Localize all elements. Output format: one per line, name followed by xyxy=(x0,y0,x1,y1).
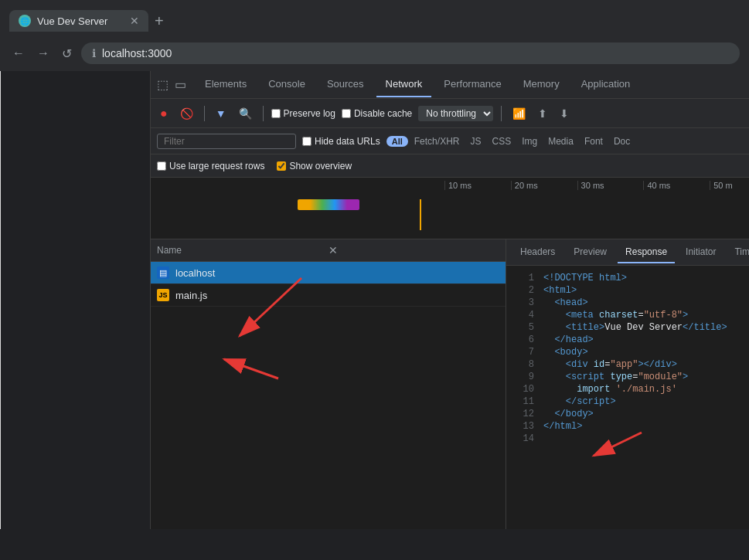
show-overview-text: Show overview xyxy=(289,161,352,171)
code-line-6: 6 </head> xyxy=(506,334,749,346)
filter-media-tab[interactable]: Media xyxy=(543,134,578,148)
reload-button[interactable]: ↺ xyxy=(59,43,75,64)
disable-cache-label[interactable]: Disable cache xyxy=(342,108,412,119)
request-name-mainjs: main.js xyxy=(175,290,207,301)
devtools-tab-bar: ⬚ ▭ Elements Console Sources Network Per… xyxy=(151,71,749,99)
response-tab[interactable]: Response xyxy=(618,242,675,263)
initiator-tab[interactable]: Initiator xyxy=(678,242,723,263)
preview-tab[interactable]: Preview xyxy=(566,242,615,263)
ruler-30ms: 30 ms xyxy=(577,181,644,190)
nav-bar: ← → ↺ ℹ localhost:3000 xyxy=(0,36,749,71)
request-name-localhost: localhost xyxy=(175,267,215,279)
ruler-10ms: 10 ms xyxy=(444,181,511,190)
close-panel-button[interactable]: ✕ xyxy=(322,244,500,256)
tab-elements[interactable]: Elements xyxy=(196,72,256,97)
network-toolbar: ● 🚫 ▼ 🔍 Preserve log Disable cache No th… xyxy=(151,99,749,128)
filter-type-tabs: All Fetch/XHR JS CSS Img Media Font Doc xyxy=(386,134,635,148)
html-file-icon: ▤ xyxy=(157,266,169,279)
browser-tab[interactable]: 🌐 Vue Dev Server ✕ xyxy=(9,10,148,32)
inspect-icon[interactable]: ⬚ xyxy=(157,77,169,92)
large-rows-checkbox[interactable] xyxy=(157,161,166,171)
filter-img-tab[interactable]: Img xyxy=(517,134,542,148)
code-line-12: 12 </body> xyxy=(506,408,749,420)
tab-sources[interactable]: Sources xyxy=(318,72,373,97)
request-mainjs[interactable]: JS main.js xyxy=(151,284,506,307)
tab-network[interactable]: Network xyxy=(376,72,432,97)
timeline-bars xyxy=(151,199,749,230)
hide-data-urls-checkbox[interactable] xyxy=(302,137,312,146)
tab-favicon: 🌐 xyxy=(19,15,31,27)
filter-css-tab[interactable]: CSS xyxy=(487,134,516,148)
large-rows-label[interactable]: Use large request rows xyxy=(157,161,264,171)
ruler-40ms: 40 ms xyxy=(643,181,710,190)
new-tab-button[interactable]: + xyxy=(155,12,164,30)
throttle-select[interactable]: No throttling Fast 3G Slow 3G Offline xyxy=(418,106,493,121)
hide-data-urls-text: Hide data URLs xyxy=(315,136,380,147)
headers-tab[interactable]: Headers xyxy=(512,242,563,263)
code-line-1: 1 <!DOCTYPE html> xyxy=(506,272,749,284)
tab-close-button[interactable]: ✕ xyxy=(130,15,139,27)
code-line-3: 3 <head> xyxy=(506,297,749,309)
wifi-icon[interactable]: 📶 xyxy=(509,106,529,121)
forward-button[interactable]: → xyxy=(34,43,53,63)
hide-data-urls-label[interactable]: Hide data URLs xyxy=(302,136,380,147)
filter-all-tab[interactable]: All xyxy=(386,136,408,147)
timeline-ruler: 10 ms 20 ms 30 ms 40 ms 50 m xyxy=(151,178,749,193)
tab-console[interactable]: Console xyxy=(259,72,315,97)
search-icon[interactable]: 🔍 xyxy=(236,106,255,121)
filter-bar: Hide data URLs All Fetch/XHR JS CSS Img … xyxy=(151,128,749,154)
js-file-icon: JS xyxy=(157,289,169,301)
tab-performance[interactable]: Performance xyxy=(434,72,510,97)
code-line-5: 5 <title>Vue Dev Server</title> xyxy=(506,321,749,334)
timing-tab[interactable]: Timing xyxy=(727,242,749,263)
download-icon[interactable]: ⬇ xyxy=(557,106,572,121)
code-line-7: 7 <body> xyxy=(506,346,749,358)
response-panel: Headers Preview Response Initiator Timin… xyxy=(506,239,749,529)
preserve-log-text: Preserve log xyxy=(284,108,335,119)
show-overview-checkbox[interactable] xyxy=(277,161,286,171)
request-bar xyxy=(298,199,359,210)
timeline-area: 10 ms 20 ms 30 ms 40 ms 50 m xyxy=(151,178,749,239)
ruler-50ms: 50 m xyxy=(710,181,749,190)
separator2 xyxy=(263,106,264,121)
tab-title: Vue Dev Server xyxy=(37,15,124,27)
address-text: localhost:3000 xyxy=(102,47,172,59)
code-line-13: 13 </html> xyxy=(506,420,749,433)
devtools-panel: ⬚ ▭ Elements Console Sources Network Per… xyxy=(150,71,749,529)
request-localhost[interactable]: ▤ localhost xyxy=(151,262,506,284)
requests-header: Name ✕ xyxy=(151,239,506,262)
filter-icon[interactable]: ▼ xyxy=(213,106,230,121)
code-line-11: 11 </script> xyxy=(506,395,749,408)
response-tab-bar: Headers Preview Response Initiator Timin… xyxy=(506,239,749,266)
main-content: Name ✕ ▤ localhost JS main.js Head xyxy=(151,239,749,529)
back-button[interactable]: ← xyxy=(9,43,28,63)
filter-js-tab[interactable]: JS xyxy=(465,134,485,148)
show-overview-label[interactable]: Show overview xyxy=(277,161,352,171)
code-line-14: 14 xyxy=(506,433,749,445)
code-line-10: 10 import './main.js' xyxy=(506,383,749,395)
preserve-log-label[interactable]: Preserve log xyxy=(271,108,335,119)
tab-bar: 🌐 Vue Dev Server ✕ + xyxy=(0,0,749,36)
preserve-log-checkbox[interactable] xyxy=(271,109,281,118)
timeline-needle xyxy=(420,199,421,230)
tab-memory[interactable]: Memory xyxy=(514,72,569,97)
browser-body: ⬚ ▭ Elements Console Sources Network Per… xyxy=(0,71,749,529)
secure-icon: ℹ xyxy=(92,47,96,59)
device-icon[interactable]: ▭ xyxy=(175,77,186,92)
name-column-header: Name xyxy=(157,245,322,256)
record-button[interactable]: ● xyxy=(157,105,171,122)
code-line-9: 9 <script type="module"> xyxy=(506,371,749,383)
response-code-view: 1 <!DOCTYPE html> 2 <html> 3 <head> xyxy=(506,266,749,529)
disable-cache-checkbox[interactable] xyxy=(342,109,351,118)
upload-icon[interactable]: ⬆ xyxy=(535,106,550,121)
filter-doc-tab[interactable]: Doc xyxy=(609,134,635,148)
filter-fetch-tab[interactable]: Fetch/XHR xyxy=(410,134,465,148)
tab-application[interactable]: Application xyxy=(572,72,640,97)
clear-button[interactable]: 🚫 xyxy=(177,106,196,121)
address-bar[interactable]: ℹ localhost:3000 xyxy=(81,42,740,64)
filter-font-tab[interactable]: Font xyxy=(580,134,608,148)
code-line-4: 4 <meta charset="utf-8"> xyxy=(506,309,749,321)
code-line-2: 2 <html> xyxy=(506,284,749,297)
ruler-20ms: 20 ms xyxy=(511,181,577,190)
filter-input[interactable] xyxy=(157,134,296,149)
